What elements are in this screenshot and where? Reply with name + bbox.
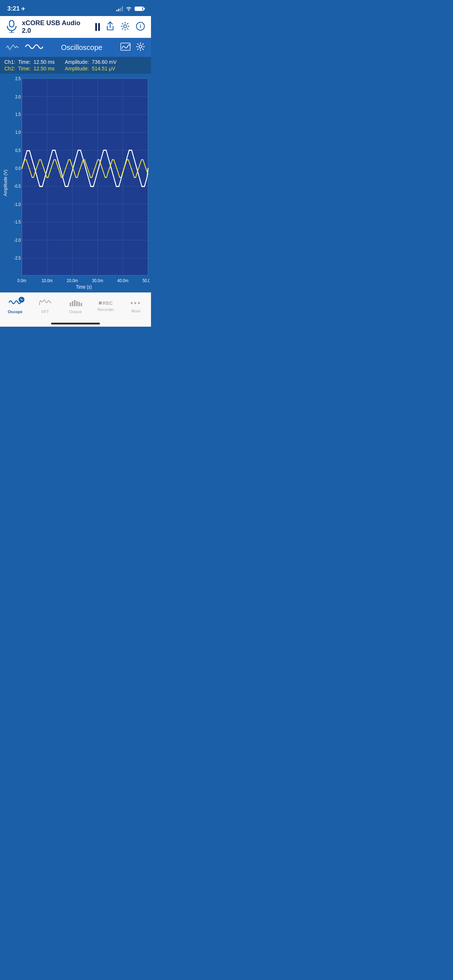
recorder-icon: REC — [99, 301, 113, 306]
tab-recorder[interactable]: REC Recorder — [91, 301, 121, 312]
signal-bar-4 — [122, 6, 123, 11]
ch1-amplitude-value: 736.60 mV — [92, 59, 117, 65]
tab-octave-label: Octave — [69, 310, 82, 314]
svg-rect-47 — [74, 300, 75, 306]
svg-rect-6 — [121, 43, 130, 50]
chart-container[interactable]: Amplitude (V) 2. — [0, 74, 151, 293]
channel-info: Ch1: Time: 12.50 ms Amplitude: 736.60 mV… — [0, 57, 151, 74]
device-name: xCORE USB Audio 2.0 — [22, 19, 91, 35]
chart-area[interactable]: 2.5 2.0 1.5 1.0 0.5 0.0 -0.5 -1.0 -1.5 -… — [11, 75, 150, 291]
home-bar — [51, 323, 100, 325]
svg-rect-45 — [70, 302, 71, 306]
y-axis-label: Amplitude (V) — [0, 75, 11, 291]
tab-oscope-label: Oscope — [8, 310, 22, 314]
tab-recorder-label: Recorder — [97, 307, 114, 312]
tab-octave[interactable]: Octave — [61, 298, 91, 314]
battery-icon — [135, 6, 144, 11]
tab-oscope[interactable]: Oscope — [0, 298, 30, 314]
status-bar: 3:21 ✈ — [0, 0, 151, 16]
chart-view-button[interactable] — [120, 43, 131, 52]
svg-text:i: i — [140, 23, 141, 29]
signal-bar-1 — [116, 10, 118, 11]
svg-text:Time (s): Time (s) — [76, 284, 92, 290]
oscope-icon — [8, 298, 22, 308]
battery-fill — [135, 7, 142, 10]
signal-bar-2 — [118, 9, 119, 11]
scope-title: Oscilloscope — [48, 43, 116, 52]
ch1-row: Ch1: Time: 12.50 ms Amplitude: 736.60 mV — [4, 59, 147, 65]
svg-text:0.0: 0.0 — [15, 166, 21, 171]
octave-icon — [69, 298, 82, 308]
wifi-icon — [126, 6, 132, 12]
svg-point-3 — [124, 25, 126, 28]
svg-text:1.5: 1.5 — [15, 112, 21, 118]
nav-actions: i — [95, 21, 145, 33]
svg-text:-2.5: -2.5 — [14, 255, 21, 261]
time-display: 3:21 — [7, 5, 20, 13]
svg-rect-0 — [10, 21, 14, 27]
ch1-time-value: 12.50 ms — [33, 59, 55, 65]
status-time: 3:21 ✈ — [7, 5, 25, 13]
svg-rect-46 — [72, 301, 73, 306]
tab-bar: Oscope FFT Octave REC Re — [0, 293, 151, 323]
svg-rect-48 — [76, 301, 78, 306]
svg-text:50.0m: 50.0m — [143, 278, 150, 283]
home-indicator — [0, 323, 151, 327]
location-icon: ✈ — [21, 6, 25, 12]
status-icons — [116, 6, 144, 12]
svg-text:10.0m: 10.0m — [41, 278, 53, 283]
svg-rect-8 — [22, 78, 148, 275]
ch2-time-value: 12.50 ms — [33, 65, 55, 72]
wave-transform-icon[interactable] — [6, 43, 19, 52]
svg-text:0.0m: 0.0m — [18, 278, 26, 283]
svg-text:2.5: 2.5 — [15, 76, 21, 81]
info-button[interactable]: i — [136, 22, 145, 32]
ch2-amplitude-label: Amplitude: — [65, 65, 89, 72]
oscilloscope-chart[interactable]: 2.5 2.0 1.5 1.0 0.5 0.0 -0.5 -1.0 -1.5 -… — [11, 75, 150, 291]
ch2-row: Ch2: Time: 12.50 ms Amplitude: 514.51 μV — [4, 65, 147, 72]
svg-text:40.0m: 40.0m — [118, 278, 129, 283]
share-button[interactable] — [106, 21, 115, 33]
tab-fft-label: FFT — [41, 310, 49, 314]
tab-more[interactable]: ••• More — [121, 299, 151, 313]
sine-wave-icon[interactable] — [25, 42, 43, 52]
scope-right-icons — [120, 42, 145, 53]
svg-rect-50 — [81, 303, 82, 306]
svg-text:30.0m: 30.0m — [92, 278, 103, 283]
scope-toolbar: Oscilloscope — [0, 38, 151, 57]
svg-text:2.0: 2.0 — [15, 94, 21, 100]
ch2-label: Ch2: — [4, 65, 15, 72]
svg-rect-49 — [78, 302, 80, 306]
ch2-time-label: Time: — [18, 65, 30, 72]
svg-text:0.5: 0.5 — [15, 148, 21, 153]
signal-bar-3 — [120, 8, 121, 11]
scope-settings-button[interactable] — [136, 42, 145, 53]
tab-more-label: More — [131, 309, 140, 313]
mic-icon — [6, 20, 18, 34]
signal-bars — [116, 6, 123, 11]
settings-button[interactable] — [120, 22, 130, 32]
svg-text:-1.5: -1.5 — [14, 219, 21, 224]
svg-text:-1.0: -1.0 — [14, 202, 21, 207]
ch1-amplitude-label: Amplitude: — [65, 59, 89, 65]
ch1-time-label: Time: — [18, 59, 30, 65]
nav-bar: xCORE USB Audio 2.0 i — [0, 16, 151, 38]
svg-text:1.0: 1.0 — [15, 129, 21, 135]
svg-text:-2.0: -2.0 — [14, 237, 21, 243]
pause-button[interactable] — [95, 23, 100, 31]
svg-point-7 — [139, 45, 142, 48]
more-icon: ••• — [131, 299, 142, 307]
ch1-label: Ch1: — [4, 59, 15, 65]
fft-icon — [39, 298, 52, 308]
svg-text:20.0m: 20.0m — [67, 278, 78, 283]
svg-text:-0.5: -0.5 — [14, 183, 21, 189]
ch2-amplitude-value: 514.51 μV — [92, 65, 115, 72]
tab-fft[interactable]: FFT — [30, 298, 61, 314]
oscope-badge — [19, 297, 24, 302]
